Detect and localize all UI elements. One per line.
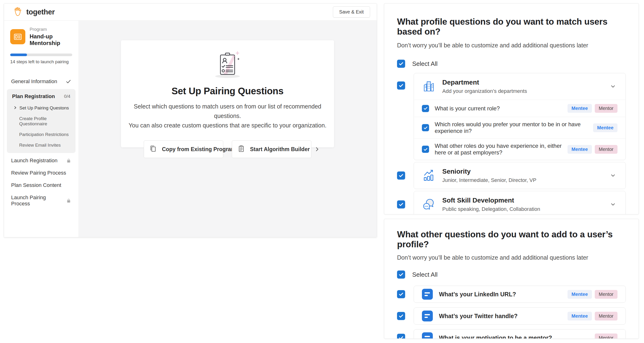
- nav-item-plan-session-content[interactable]: Plan Session Content: [10, 179, 72, 191]
- nav-subitem-set-up-pairing-questions[interactable]: Set Up Pairing Questons: [11, 105, 71, 111]
- panel-title: What profile questions do you want to ma…: [397, 17, 626, 37]
- page-description-line2: You can also create custom questions tha…: [121, 121, 334, 130]
- question-checkbox[interactable]: [397, 290, 405, 298]
- category-title: Department: [442, 79, 527, 86]
- category-header[interactable]: Soft Skill Development Public speaking, …: [414, 191, 626, 214]
- clipboard-illustration: [121, 50, 334, 80]
- chevron-down-icon[interactable]: [608, 171, 618, 180]
- page-description-line1: Select which questions to match users on…: [121, 102, 334, 121]
- mentee-badge: Mentee: [568, 104, 592, 113]
- category-card-seniority: Seniority Junior, Intermediate, Senior, …: [414, 162, 626, 189]
- mentee-badge: Mentee: [568, 290, 592, 299]
- category-description: Junior, Intermediate, Senior, Director, …: [442, 177, 536, 183]
- mentee-badge: Mentee: [568, 145, 592, 154]
- question-checkbox[interactable]: [422, 146, 429, 153]
- mentor-badge: Mentor: [595, 145, 618, 154]
- panel-subtitle: Don’t worry you’ll be able to customize …: [397, 254, 626, 261]
- nav-subitem-participation-restrictions[interactable]: Participation Restrictions: [11, 132, 71, 137]
- step-count-badge: 0/4: [64, 94, 70, 99]
- category-title: Seniority: [442, 168, 536, 175]
- chevron-down-icon[interactable]: [608, 200, 618, 209]
- start-algorithm-builder-button[interactable]: Start Algorithm Builder: [232, 140, 311, 158]
- program-card: Program Hand-up Mentorship: [10, 27, 72, 47]
- question-text: Which roles would you prefer your mentor…: [435, 121, 588, 134]
- buildings-icon: [422, 80, 436, 93]
- category-row-seniority: Seniority Junior, Intermediate, Senior, …: [397, 162, 626, 189]
- hand-logo-icon: [13, 7, 24, 18]
- program-name: Hand-up Mentorship: [30, 33, 72, 47]
- category-row-department: Department Add your organization’s depar…: [397, 73, 626, 160]
- nav-label: Set Up Pairing Questons: [20, 105, 69, 111]
- select-all-checkbox[interactable]: [397, 60, 405, 68]
- text-field-icon: [422, 289, 433, 300]
- program-icon: [10, 29, 25, 44]
- clipboard-icon: [237, 145, 245, 154]
- category-description: Add your organization’s departments: [442, 88, 527, 94]
- progress-caption: 14 steps left to launch pairing: [10, 59, 72, 65]
- question-checkbox[interactable]: [397, 334, 405, 339]
- nav-subitem-create-profile-questionnaire[interactable]: Create Profile Questionnaire: [11, 116, 71, 127]
- copy-from-existing-program-button[interactable]: Copy from Existing Program: [144, 140, 223, 158]
- nav-item-launch-registration[interactable]: Launch Registration: [10, 154, 72, 167]
- category-header[interactable]: Department Add your organization’s depar…: [414, 73, 626, 100]
- question-row: Which roles would you prefer your mentor…: [414, 117, 626, 138]
- question-row: What other roles do you have experience …: [414, 138, 626, 160]
- profile-questions-panel: What profile questions do you want to ma…: [384, 3, 639, 214]
- nav-label: Review Email Invites: [19, 143, 60, 148]
- profile-question-row-motivation: What is your motivation to be a mentor? …: [397, 329, 626, 339]
- question-text: What’s your Twitter handle?: [439, 313, 518, 319]
- nav-item-general-information[interactable]: General Information: [10, 75, 72, 88]
- panel-subtitle: Don’t worry you’ll be able to customize …: [397, 42, 626, 49]
- wizard-content-area: Set Up Pairing Questions Select which qu…: [78, 21, 377, 237]
- question-row: What is your current role? Mentee Mentor: [414, 100, 626, 117]
- button-label: Start Algorithm Builder: [250, 146, 310, 153]
- select-all-row: Select All: [397, 270, 626, 278]
- profile-question-card: What is your motivation to be a mentor? …: [414, 329, 626, 339]
- app-window: together Save & Exit Program Hand-up M: [4, 3, 377, 237]
- category-checkbox[interactable]: [397, 172, 405, 180]
- nav-label: Plan Registration: [12, 93, 55, 100]
- chevron-right-icon: [314, 147, 320, 152]
- profile-question-card: What’s your LinkedIn URL? Mentee Mentor: [414, 286, 626, 303]
- question-text: What’s your LinkedIn URL?: [439, 291, 516, 298]
- category-card-soft-skill: Soft Skill Development Public speaking, …: [414, 191, 626, 214]
- nav-label: Launch Pairing Process: [11, 194, 66, 207]
- nav-label: Participation Restrictions: [19, 132, 69, 137]
- other-questions-panel: What other questions do you want to add …: [384, 219, 639, 339]
- step-complete-check-icon: [66, 79, 71, 84]
- chevron-down-icon[interactable]: [608, 82, 618, 91]
- growth-chart-icon: [422, 169, 436, 182]
- app-header: together Save & Exit: [4, 4, 377, 21]
- nav-item-review-pairing-process[interactable]: Review Pairing Process: [10, 167, 72, 179]
- select-all-checkbox[interactable]: [397, 270, 405, 278]
- wizard-nav: General Information Plan Registration 0/…: [10, 75, 72, 210]
- profile-question-card: What’s your Twitter handle? Mentee Mento…: [414, 307, 626, 324]
- question-checkbox[interactable]: [422, 105, 429, 112]
- text-field-icon: [422, 310, 433, 321]
- question-checkbox[interactable]: [397, 312, 405, 320]
- lock-icon: [66, 158, 71, 163]
- speech-bubbles-icon: [422, 198, 436, 211]
- nav-label: Plan Session Content: [11, 182, 61, 188]
- question-checkbox[interactable]: [422, 124, 429, 131]
- brand-wordmark: together: [26, 8, 55, 16]
- profile-question-row-twitter: What’s your Twitter handle? Mentee Mento…: [397, 307, 626, 324]
- category-checkbox[interactable]: [397, 82, 405, 90]
- nav-label: Review Pairing Process: [11, 170, 66, 176]
- category-card-department: Department Add your organization’s depar…: [414, 73, 626, 160]
- profile-question-row-linkedin: What’s your LinkedIn URL? Mentee Mentor: [397, 286, 626, 303]
- copy-icon: [149, 145, 157, 154]
- nav-item-plan-registration[interactable]: Plan Registration 0/4: [11, 93, 71, 100]
- launch-progress-bar: [10, 54, 72, 56]
- setup-pairing-card: Set Up Pairing Questions Select which qu…: [121, 40, 334, 147]
- save-exit-button[interactable]: Save & Exit: [333, 7, 370, 18]
- select-all-label: Select All: [412, 271, 438, 278]
- nav-item-launch-pairing-process[interactable]: Launch Pairing Process: [10, 191, 72, 210]
- category-header[interactable]: Seniority Junior, Intermediate, Senior, …: [414, 162, 626, 189]
- select-all-label: Select All: [412, 60, 438, 68]
- category-checkbox[interactable]: [397, 200, 405, 208]
- nav-subitem-review-email-invites[interactable]: Review Email Invites: [11, 143, 71, 148]
- question-text: What is your current role?: [435, 105, 500, 112]
- page-title: Set Up Pairing Questions: [121, 86, 334, 96]
- mentor-badge: Mentor: [595, 290, 618, 299]
